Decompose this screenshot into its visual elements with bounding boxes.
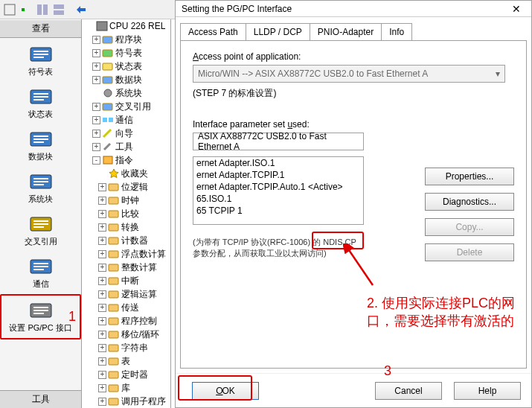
properties-button[interactable]: Properties...	[425, 168, 514, 185]
interface-label: Interface parameter set used:	[193, 119, 514, 130]
tree-item[interactable]: +移位/循环	[82, 328, 170, 341]
tree-item[interactable]: +向导	[82, 127, 170, 140]
delete-button: Delete	[425, 243, 514, 261]
list-item[interactable]: ernet Adapter.TCPIP.Auto.1 <Active>	[193, 181, 363, 193]
chevron-down-icon: ▾	[496, 68, 500, 79]
svg-rect-20	[33, 181, 48, 182]
tab-info[interactable]: Info	[381, 23, 412, 40]
svg-rect-44	[109, 184, 118, 191]
project-tree[interactable]: CPU 226 REL+程序块+符号表+状态表+数据块系统块+交叉引用+通信+向…	[82, 19, 171, 408]
svg-rect-58	[109, 372, 118, 378]
tree-item[interactable]: +定时器	[82, 368, 170, 381]
tree-item[interactable]: +计数器	[82, 234, 170, 247]
tree-item[interactable]: +程序块	[82, 33, 170, 46]
tree-item[interactable]: +工具	[82, 140, 170, 153]
svg-rect-31	[33, 307, 48, 308]
svg-rect-16	[33, 138, 48, 140]
tree-item[interactable]: +通信	[82, 113, 170, 127]
svg-rect-29	[33, 269, 44, 270]
svg-rect-19	[33, 178, 48, 179]
tree-item[interactable]: +库	[82, 381, 170, 395]
tree-item[interactable]: +表	[82, 354, 170, 368]
svg-rect-53	[109, 305, 118, 311]
tree-item[interactable]: +转换	[82, 220, 170, 234]
tree-item[interactable]: +整数计算	[82, 261, 170, 274]
tree-item[interactable]: +时钟	[82, 194, 170, 207]
tree-item[interactable]: +浮点数计算	[82, 247, 170, 261]
tree-item[interactable]: +位逻辑	[82, 180, 170, 194]
annotation-arrow-icon	[343, 243, 376, 288]
toolbar-icon[interactable]	[1, 1, 18, 18]
left-nav-footer: 工具	[0, 390, 81, 408]
tree-item[interactable]: +中断	[82, 274, 170, 287]
interface-combo[interactable]: ASIX AX88772C USB2.0 to Fast Ethernet A	[193, 133, 364, 150]
svg-rect-34	[97, 22, 107, 31]
annotation-3: 3	[384, 363, 391, 379]
svg-rect-45	[109, 197, 118, 204]
svg-rect-12	[33, 96, 48, 98]
tree-item[interactable]: +状态表	[82, 60, 170, 73]
left-nav-header: 查看	[0, 19, 81, 38]
nav-data-block[interactable]: 数据块	[0, 124, 81, 167]
toolbar-icon[interactable]	[34, 1, 51, 18]
svg-rect-13	[33, 99, 44, 101]
svg-rect-2	[37, 4, 42, 15]
tree-item[interactable]: 系统块	[82, 86, 170, 100]
svg-rect-38	[103, 77, 112, 83]
cancel-button[interactable]: Cancel	[375, 382, 442, 400]
svg-rect-41	[103, 118, 107, 122]
toolbar-icon[interactable]	[18, 1, 34, 18]
svg-rect-37	[103, 63, 112, 70]
pgpc-dialog: Setting the PG/PC Interface ✕ Access Pat…	[175, 0, 532, 408]
tab-access-path[interactable]: Access Path	[180, 23, 246, 40]
tree-item[interactable]: +交叉引用	[82, 100, 170, 113]
svg-rect-3	[43, 4, 48, 15]
diagnostics-button[interactable]: Diagnostics...	[425, 193, 514, 211]
svg-rect-40	[103, 103, 112, 110]
svg-rect-47	[109, 224, 118, 231]
interface-listbox[interactable]: ernet Adapter.ISO.1ernet Adapter.TCPIP.1…	[193, 156, 364, 225]
list-item[interactable]: ernet Adapter.TCPIP.1	[193, 169, 363, 181]
list-item[interactable]: ernet Adapter.ISO.1	[193, 157, 363, 169]
tab-pnio[interactable]: PNIO-Adapter	[310, 23, 382, 40]
toolbar-icon[interactable]	[73, 1, 89, 18]
tree-item[interactable]: +数据块	[82, 73, 170, 86]
tree-item[interactable]: +符号表	[82, 46, 170, 60]
annotation-2: 2. 使用实际连接PLC的网口，需要选择带有激活的	[367, 294, 523, 331]
tree-item[interactable]: -指令	[82, 153, 170, 167]
nav-cross-ref[interactable]: 交叉引用	[0, 209, 81, 252]
svg-rect-57	[109, 358, 118, 365]
access-point-label: Access point of application:	[193, 51, 514, 62]
ok-button[interactable]: OOK	[192, 382, 259, 400]
svg-rect-60	[109, 398, 118, 405]
svg-rect-49	[109, 251, 118, 258]
help-button[interactable]: Help	[454, 382, 521, 400]
tree-item[interactable]: +逻辑运算	[82, 287, 170, 301]
svg-point-39	[104, 89, 112, 97]
tree-item[interactable]: +字符串	[82, 341, 170, 354]
tree-item[interactable]: +调用子程序	[82, 395, 170, 408]
tree-item[interactable]: +比较	[82, 207, 170, 220]
tab-lldp[interactable]: LLDP / DCP	[246, 23, 310, 40]
svg-rect-4	[54, 4, 64, 9]
nav-system-block[interactable]: 系统块	[0, 167, 81, 209]
svg-rect-23	[33, 220, 48, 222]
svg-rect-24	[33, 223, 48, 225]
access-point-combo[interactable]: Micro/WIN --> ASIX AX88772C USB2.0 to Fa…	[193, 65, 505, 83]
active-tag: <Active>	[308, 182, 343, 192]
toolbar-icon[interactable]	[51, 1, 67, 18]
nav-symbol-table[interactable]: 符号表	[0, 39, 81, 82]
copy-button: Copy...	[425, 218, 514, 236]
tree-item[interactable]: CPU 226 REL	[82, 19, 170, 33]
dialog-tabs: Access Path LLDP / DCP PNIO-Adapter Info	[176, 17, 531, 40]
svg-rect-55	[109, 331, 118, 338]
tree-item[interactable]: +程序控制	[82, 314, 170, 328]
nav-status-table[interactable]: 状态表	[0, 82, 81, 124]
tree-item[interactable]: +传送	[82, 301, 170, 314]
svg-rect-59	[109, 385, 118, 392]
list-item[interactable]: 65.ISO.1	[193, 193, 363, 205]
close-icon[interactable]: ✕	[504, 2, 528, 16]
list-item[interactable]: 65 TCPIP 1	[193, 205, 363, 217]
nav-communication[interactable]: 通信	[0, 252, 81, 294]
tree-item[interactable]: 收藏夹	[82, 167, 170, 180]
